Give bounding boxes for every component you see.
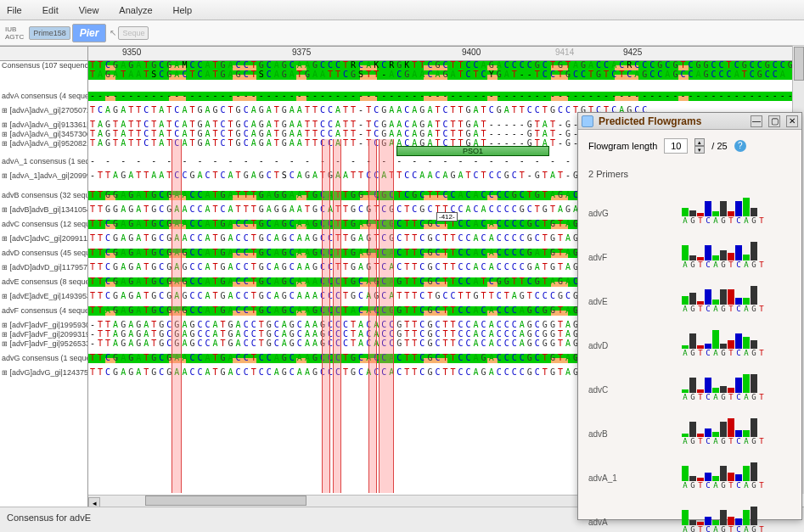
- menu-file[interactable]: File: [7, 5, 22, 15]
- sequence-label[interactable]: ⊞ [advF]advF_gi|209931921|: [0, 330, 87, 339]
- primer-name: advD: [588, 341, 682, 357]
- spinner-down[interactable]: ▾: [694, 146, 705, 154]
- flowgram-bar: [735, 430, 742, 437]
- sequence-labels-pane: Consensus (107 sequences)advA consensus …: [0, 46, 88, 507]
- flowgram-bar: [720, 289, 727, 305]
- flowgram-bar: [735, 201, 742, 216]
- sequence-label[interactable]: advD consensus (45 sequenc: [0, 249, 87, 258]
- sequence-label[interactable]: ⊞ [advA]advA_gi|913361|em: [0, 120, 87, 130]
- primer-row: advG AGTCAGTCAGT: [588, 189, 791, 225]
- sequence-label[interactable]: [0, 70, 87, 80]
- flowgram-bar: [720, 422, 727, 437]
- toolbar-iub[interactable]: IUB: [5, 25, 24, 33]
- flowgram-bar: [735, 245, 742, 260]
- java-icon: [582, 115, 593, 127]
- flowgram-bar: [743, 430, 750, 437]
- flowgram-bar: [751, 340, 757, 349]
- toolbar-seq[interactable]: Seque: [118, 26, 149, 40]
- sequence-label[interactable]: advC consensus (12 sequenc: [0, 220, 87, 229]
- ruler-tick: 9375: [292, 48, 311, 57]
- flowgram-bar: [682, 296, 689, 305]
- flowgram-bar: [751, 462, 757, 481]
- flowgram-bar: [689, 333, 696, 349]
- menu-view[interactable]: View: [79, 5, 99, 15]
- flowgram-bar: [743, 198, 750, 216]
- sequence-label[interactable]: Consensus (107 sequences): [0, 61, 87, 70]
- scrollbar-thumb[interactable]: [794, 47, 804, 81]
- sequence-label[interactable]: ⊞ [advD]advD_gi|117957257|: [0, 263, 87, 272]
- predicted-flowgrams-window[interactable]: Predicted Flowgrams — ▢ ✕ Flowgram lengt…: [577, 112, 802, 520]
- sequence-label[interactable]: ⊞ [advE]advE_gi|149395306|: [0, 292, 87, 301]
- sequence-label[interactable]: advE consensus (8 sequence: [0, 277, 87, 287]
- primer-row: advE AGTCAGTCAGT: [588, 277, 791, 313]
- flowgram-bar: [751, 507, 757, 525]
- toolbar-prime158[interactable]: Prime158: [29, 26, 70, 40]
- position-ruler[interactable]: 9350 9375 9400 9414 9425: [88, 46, 804, 61]
- flowgram-bar: [751, 418, 757, 437]
- flowgram-bar: [743, 466, 750, 481]
- primer-row: advB AGTCAGTCAGT: [588, 410, 791, 445]
- primer-name: advF: [588, 253, 682, 269]
- sequence-label[interactable]: advA_1 consensus (1 sequen: [0, 157, 87, 166]
- sequence-label[interactable]: ⊞ [advF]advF_gi|9526533|re: [0, 339, 87, 349]
- scrollbar-thumb[interactable]: [145, 496, 306, 506]
- sequence-label[interactable]: ⊞ [advC]advC_gi|209911|gb: [0, 234, 87, 244]
- flowgram-bar: [720, 510, 727, 525]
- flowgram-bar: [705, 201, 711, 216]
- sequence-label[interactable]: ⊞ [advA_1]advA_gi|2099909|: [0, 171, 87, 181]
- flowgram-bar: [705, 245, 711, 260]
- sequence-label[interactable]: ⊞ [advA]advA_gi|9520821|re: [0, 139, 87, 148]
- sequence-row[interactable]: ----------------------------------------…: [88, 92, 804, 101]
- toolbar: IUB AGTC Prime158 Pier ↖ Seque: [0, 20, 804, 46]
- sequence-label[interactable]: ⊞ [advB]advB_gi|134105495|: [0, 205, 87, 215]
- flowgram-bar: [689, 378, 696, 393]
- sequence-label[interactable]: advA consensus (4 sequence: [0, 92, 87, 101]
- sequence-label[interactable]: ⊞ [advA]advA_gi|34573061|: [0, 130, 87, 139]
- minimize-button[interactable]: —: [751, 115, 762, 127]
- flowgram-bar: [689, 422, 696, 437]
- flowgram-bar: [743, 298, 750, 305]
- sequence-label[interactable]: advF consensus (4 sequence: [0, 306, 87, 316]
- primer-row: advA_1 AGTCAGTCAGT: [588, 454, 791, 490]
- flowgram-bar: [743, 255, 750, 260]
- maximize-button[interactable]: ▢: [768, 115, 780, 127]
- flowgram-bar: [720, 386, 727, 393]
- flowgram-bar: [728, 253, 734, 260]
- menu-edit[interactable]: Edit: [42, 5, 59, 15]
- sequence-label[interactable]: ⊞ [advG]advG_gi|124375602|: [0, 368, 87, 378]
- primer-name: advE: [588, 297, 682, 313]
- flowgram-length-input[interactable]: [664, 138, 688, 154]
- flowgram-bar: [728, 340, 734, 349]
- scroll-left-button[interactable]: ◂: [88, 497, 100, 507]
- spinner-up[interactable]: ▴: [694, 138, 705, 146]
- flowgram-bar: [751, 208, 757, 216]
- primer-name: advG: [588, 209, 682, 225]
- sequence-label[interactable]: ⊞ [advF]advF_gi|199593012|: [0, 321, 87, 330]
- flowgram-bar: [682, 466, 689, 481]
- primer-row: advF AGTCAGTCAGT: [588, 233, 791, 269]
- sequence-label[interactable]: ⊞ [advA]advA_gi|270507218|: [0, 106, 87, 115]
- toolbar-pier[interactable]: Pier: [72, 24, 107, 42]
- sequence-row[interactable]: TAGATAATSCGACTCATGAGCTSCAGATGAATTCGSTT-A…: [88, 70, 804, 80]
- flowgram-bar: [689, 293, 696, 305]
- flowgram-bar: [735, 518, 742, 525]
- primer-name: advB: [588, 429, 682, 445]
- flowgram-bar: [720, 250, 727, 260]
- help-icon[interactable]: ?: [734, 140, 746, 152]
- menu-analyze[interactable]: Analyze: [119, 5, 152, 15]
- flowgram-bar: [751, 374, 757, 393]
- flowgram-bar: [705, 517, 711, 525]
- sequence-label[interactable]: advB consensus (32 sequenc: [0, 191, 87, 200]
- primer-name: advA: [588, 518, 682, 532]
- flowgram-bar: [682, 245, 689, 260]
- ruler-tick: 9350: [122, 48, 141, 57]
- pso1-marker[interactable]: PSO1: [396, 146, 549, 156]
- sequence-label[interactable]: advG consensus (1 sequence: [0, 354, 87, 363]
- flowgram-bar: [743, 374, 750, 393]
- flowgram-bar: [751, 242, 757, 260]
- menu-help[interactable]: Help: [173, 5, 193, 15]
- toolbar-agtc[interactable]: AGTC: [5, 33, 24, 41]
- flowgram-length-spinner[interactable]: ▴ ▾: [694, 138, 705, 154]
- close-button[interactable]: ✕: [786, 115, 798, 127]
- window-titlebar[interactable]: Predicted Flowgrams — ▢ ✕: [578, 113, 801, 130]
